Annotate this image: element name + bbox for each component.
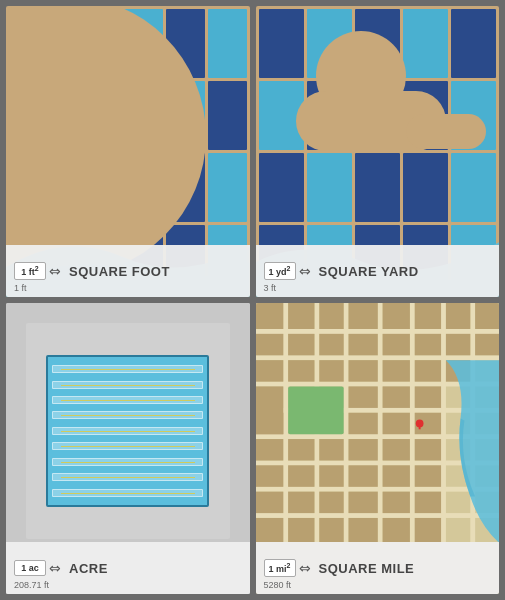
svg-rect-59 (414, 465, 440, 486)
svg-rect-21 (414, 303, 440, 329)
unit-badge-acre: 1 ac (14, 560, 46, 577)
svg-rect-41 (382, 386, 409, 407)
svg-rect-49 (288, 439, 314, 460)
svg-rect-71 (414, 518, 440, 542)
card-square-yard: 1 yd2 ⇔ SQUARE YARD 3 ft (256, 6, 500, 297)
svg-rect-63 (348, 492, 377, 513)
svg-rect-51 (348, 439, 377, 460)
label-bar-mile: 1 mi2 ⇔ SQUARE MILE 5280 ft (256, 542, 500, 594)
svg-rect-68 (319, 518, 343, 542)
card-acre: 1 ac ⇔ ACRE 208.71 ft (6, 303, 250, 594)
svg-rect-9 (283, 303, 288, 542)
svg-rect-22 (445, 303, 469, 329)
card-square-mile: 1 mi2 ⇔ SQUARE MILE 5280 ft (256, 303, 500, 594)
svg-rect-38 (288, 386, 344, 434)
svg-rect-11 (343, 303, 348, 542)
svg-rect-55 (288, 465, 314, 486)
svg-rect-30 (445, 334, 469, 355)
svg-rect-37 (414, 360, 440, 381)
svg-rect-32 (256, 360, 283, 381)
svg-rect-45 (348, 413, 377, 434)
svg-rect-14 (441, 303, 446, 542)
unit-text-mile: 1 mi2 (269, 564, 291, 574)
unit-text-acre: 1 ac (21, 563, 39, 573)
tile (208, 153, 247, 222)
card-label-mile: SQUARE MILE (319, 561, 415, 576)
resize-arrows-mile: ⇔ (299, 560, 311, 576)
svg-rect-62 (319, 492, 343, 513)
card-square-foot: 1 ft2 ⇔ SQUARE FOOT 1 ft (6, 6, 250, 297)
svg-rect-58 (382, 465, 409, 486)
svg-rect-20 (382, 303, 409, 329)
svg-rect-50 (319, 439, 343, 460)
svg-rect-17 (288, 303, 314, 329)
label-bar-yard: 1 yd2 ⇔ SQUARE YARD 3 ft (256, 245, 500, 297)
svg-rect-13 (409, 303, 414, 542)
svg-rect-40 (348, 386, 377, 407)
svg-rect-24 (256, 334, 283, 355)
pool-lane (52, 365, 203, 373)
svg-rect-19 (348, 303, 377, 329)
acre-field (26, 323, 230, 539)
pool-lane (52, 427, 203, 435)
svg-rect-54 (256, 465, 283, 486)
svg-rect-64 (382, 492, 409, 513)
svg-rect-23 (475, 303, 499, 329)
sub-label-foot: 1 ft (14, 283, 27, 293)
card-label-foot: SQUARE FOOT (69, 264, 170, 279)
main-grid: 1 ft2 ⇔ SQUARE FOOT 1 ft (0, 0, 505, 600)
resize-arrows-yard: ⇔ (299, 263, 311, 279)
pool-lane (52, 489, 203, 497)
svg-rect-18 (319, 303, 343, 329)
tile (208, 81, 247, 150)
svg-rect-70 (382, 518, 409, 542)
card-label-acre: ACRE (69, 561, 108, 576)
pool-lane (52, 458, 203, 466)
pool-lane (52, 442, 203, 450)
resize-arrows-foot: ⇔ (49, 263, 61, 279)
svg-rect-35 (348, 360, 377, 381)
unit-text-yard: 1 yd2 (269, 267, 291, 277)
svg-rect-27 (348, 334, 377, 355)
svg-rect-48 (256, 439, 283, 460)
svg-rect-67 (288, 518, 314, 542)
svg-rect-12 (377, 303, 382, 542)
svg-rect-52 (382, 439, 409, 460)
label-bar-foot: 1 ft2 ⇔ SQUARE FOOT 1 ft (6, 245, 250, 297)
pool-lane (52, 473, 203, 481)
city-map-svg (256, 303, 500, 542)
svg-rect-46 (382, 413, 409, 434)
svg-rect-61 (288, 492, 314, 513)
svg-rect-33 (288, 360, 314, 381)
svg-rect-42 (414, 386, 440, 407)
svg-rect-29 (414, 334, 440, 355)
svg-rect-60 (256, 492, 283, 513)
label-bar-acre: 1 ac ⇔ ACRE 208.71 ft (6, 542, 250, 594)
person-arm (406, 114, 486, 149)
svg-rect-28 (382, 334, 409, 355)
svg-rect-44 (256, 413, 283, 434)
sub-label-yard: 3 ft (264, 283, 277, 293)
sub-label-acre: 208.71 ft (14, 580, 49, 590)
unit-badge-mile: 1 mi2 (264, 559, 296, 578)
tile (208, 9, 247, 78)
svg-rect-56 (319, 465, 343, 486)
svg-rect-31 (475, 334, 499, 355)
svg-rect-36 (382, 360, 409, 381)
pool-lane (52, 381, 203, 389)
pool-lane (52, 396, 203, 404)
resize-arrows-acre: ⇔ (49, 560, 61, 576)
svg-rect-69 (348, 518, 377, 542)
swimming-pool (46, 355, 209, 506)
svg-rect-66 (256, 518, 283, 542)
svg-rect-25 (288, 334, 314, 355)
unit-badge-foot: 1 ft2 (14, 262, 46, 281)
svg-rect-57 (348, 465, 377, 486)
svg-rect-73 (418, 423, 420, 429)
svg-rect-16 (256, 303, 283, 329)
unit-badge-yard: 1 yd2 (264, 262, 296, 281)
svg-rect-53 (414, 439, 440, 460)
svg-rect-26 (319, 334, 343, 355)
pool-lane (52, 411, 203, 419)
svg-rect-34 (319, 360, 343, 381)
